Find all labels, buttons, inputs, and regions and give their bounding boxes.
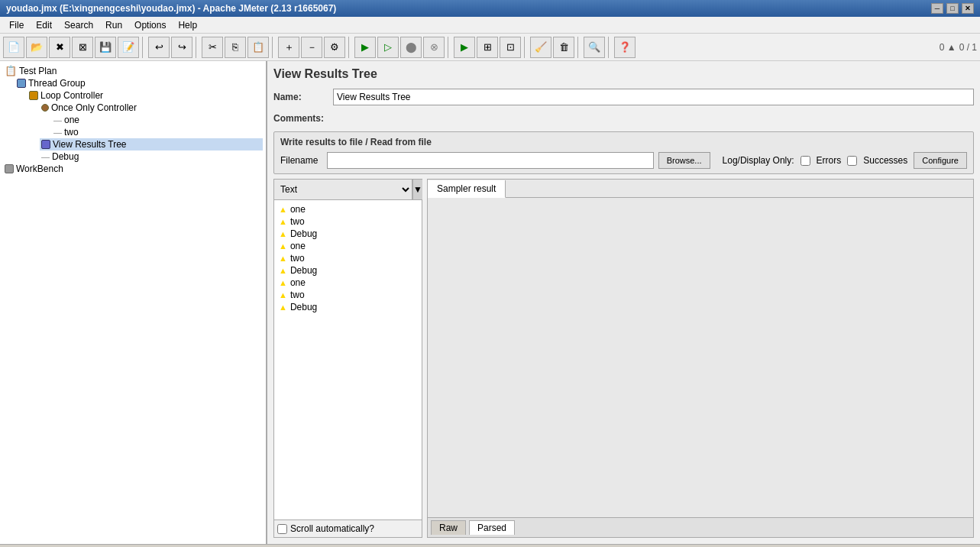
toolbar-sep-6 xyxy=(524,37,527,58)
help-btn[interactable]: ❓ xyxy=(614,37,636,58)
thread-counter: 0 / 1 xyxy=(959,42,977,53)
result-item-5[interactable]: ▲ Debug xyxy=(276,264,420,277)
maximize-button[interactable]: □ xyxy=(946,3,959,14)
tab-parsed[interactable]: Parsed xyxy=(469,520,515,535)
toolbar-sep-5 xyxy=(448,37,451,58)
tree-item-thread-group[interactable]: Thread Group xyxy=(15,77,263,89)
scroll-auto-row: Scroll automatically? xyxy=(274,519,422,537)
results-list: ▲ one▲ two▲ Debug▲ one▲ two▲ Debug▲ one▲… xyxy=(274,200,422,519)
close-button[interactable]: ✕ xyxy=(962,3,974,14)
menu-run[interactable]: Run xyxy=(99,18,128,32)
redo-btn[interactable]: ↪ xyxy=(171,37,192,58)
menu-search[interactable]: Search xyxy=(58,18,99,32)
expand-btn[interactable]: ＋ xyxy=(278,37,299,58)
close-btn[interactable]: ✖ xyxy=(49,37,70,58)
result-item-3[interactable]: ▲ one xyxy=(276,240,420,252)
comments-label: Comments: xyxy=(273,113,327,124)
name-input[interactable] xyxy=(333,89,974,105)
minimize-button[interactable]: ─ xyxy=(931,3,943,14)
menu-file[interactable]: File xyxy=(3,18,30,32)
remote-stop-btn[interactable]: ⊞ xyxy=(477,37,498,58)
result-item-7[interactable]: ▲ two xyxy=(276,289,420,301)
file-row: Filename Browse... Log/Display Only: Err… xyxy=(280,152,967,169)
file-section-title: Write results to file / Read from file xyxy=(280,137,967,147)
toolbar-sep-4 xyxy=(348,37,351,58)
tree-item-test-plan[interactable]: 📋 Test Plan xyxy=(3,64,263,77)
close-all-btn[interactable]: ⊠ xyxy=(72,37,93,58)
tab-raw[interactable]: Raw xyxy=(431,520,466,535)
menu-help[interactable]: Help xyxy=(172,18,203,32)
warning-count: 0 ▲ xyxy=(940,42,956,53)
cut-btn[interactable]: ✂ xyxy=(202,37,223,58)
right-panel: View Results Tree Name: Comments: Write … xyxy=(267,61,980,544)
scroll-auto-checkbox[interactable] xyxy=(277,524,287,534)
panel-title: View Results Tree xyxy=(273,67,974,81)
comments-row: Comments: xyxy=(273,113,974,124)
main-layout: 📋 Test Plan Thread Group Loop Controller… xyxy=(0,61,980,544)
search-btn[interactable]: 🔍 xyxy=(584,37,605,58)
clear-all-btn[interactable]: 🗑 xyxy=(553,37,574,58)
tree-item-one[interactable]: — one xyxy=(52,114,263,126)
status-bar xyxy=(0,544,980,547)
shutdown-btn[interactable]: ⊗ xyxy=(423,37,445,58)
file-section: Write results to file / Read from file F… xyxy=(273,131,974,174)
result-item-4[interactable]: ▲ two xyxy=(276,252,420,264)
successes-checkbox[interactable] xyxy=(847,156,857,166)
new-btn[interactable]: 📄 xyxy=(3,37,24,58)
sampler-tabs: Sampler result xyxy=(428,180,973,198)
open-btn[interactable]: 📂 xyxy=(26,37,47,58)
browse-button[interactable]: Browse... xyxy=(658,152,710,169)
start-btn[interactable]: ▶ xyxy=(354,37,376,58)
errors-label: Errors xyxy=(817,155,842,166)
toolbar-sep-8 xyxy=(608,37,611,58)
errors-checkbox[interactable] xyxy=(800,156,810,166)
tree-container: 📋 Test Plan Thread Group Loop Controller… xyxy=(3,64,263,175)
remote-shutdown-btn[interactable]: ⊡ xyxy=(500,37,521,58)
copy-btn[interactable]: ⎘ xyxy=(225,37,246,58)
results-area: TextRegExp TesterCSS/JQuery TesterXPath … xyxy=(273,179,974,538)
configure-button[interactable]: Configure xyxy=(914,152,967,169)
tab-sampler-result[interactable]: Sampler result xyxy=(428,180,506,198)
remote-start-btn[interactable]: ▶ xyxy=(454,37,475,58)
remote-btn[interactable]: ⚙ xyxy=(324,37,345,58)
tree-item-view-results-tree[interactable]: View Results Tree xyxy=(40,138,263,151)
start-no-pause-btn[interactable]: ▷ xyxy=(377,37,399,58)
stop-btn[interactable]: ⬤ xyxy=(400,37,422,58)
bottom-tabs: Raw Parsed xyxy=(428,517,973,537)
toolbar-sep-3 xyxy=(272,37,275,58)
menu-bar: File Edit Search Run Options Help xyxy=(0,17,980,34)
tree-item-workbench[interactable]: WorkBench xyxy=(3,163,263,175)
tree-item-loop-controller[interactable]: Loop Controller xyxy=(27,89,263,102)
collapse-btn[interactable]: － xyxy=(301,37,322,58)
menu-options[interactable]: Options xyxy=(128,18,172,32)
filename-input[interactable] xyxy=(327,152,654,169)
clear-btn[interactable]: 🧹 xyxy=(530,37,551,58)
result-item-6[interactable]: ▲ one xyxy=(276,277,420,289)
undo-btn[interactable]: ↩ xyxy=(148,37,170,58)
sampler-panel: Sampler result Raw Parsed xyxy=(427,179,974,538)
result-item-0[interactable]: ▲ one xyxy=(276,203,420,215)
filename-label: Filename xyxy=(280,155,322,166)
results-list-panel: TextRegExp TesterCSS/JQuery TesterXPath … xyxy=(273,179,422,538)
tree-item-once-only-controller[interactable]: Once Only Controller xyxy=(40,102,263,114)
log-display-section: Log/Display Only: Errors Successes Confi… xyxy=(723,152,967,169)
tree-item-two[interactable]: — two xyxy=(52,126,263,138)
menu-edit[interactable]: Edit xyxy=(30,18,58,32)
left-panel: 📋 Test Plan Thread Group Loop Controller… xyxy=(0,61,267,544)
result-item-1[interactable]: ▲ two xyxy=(276,215,420,228)
save-as-btn[interactable]: 📝 xyxy=(118,37,139,58)
text-dropdown[interactable]: TextRegExp TesterCSS/JQuery TesterXPath … xyxy=(274,180,412,199)
result-item-8[interactable]: ▲ Debug xyxy=(276,301,420,313)
title-bar: youdao.jmx (E:\xingnengceshi\youdao.jmx)… xyxy=(0,0,980,17)
name-label: Name: xyxy=(273,92,327,102)
text-dropdown-row: TextRegExp TesterCSS/JQuery TesterXPath … xyxy=(274,180,422,200)
paste-btn[interactable]: 📋 xyxy=(247,37,269,58)
name-row: Name: xyxy=(273,89,974,105)
save-btn[interactable]: 💾 xyxy=(95,37,116,58)
dropdown-arrow-icon[interactable]: ▼ xyxy=(412,180,422,199)
toolbar-sep-1 xyxy=(142,37,145,58)
toolbar-sep-7 xyxy=(577,37,581,58)
result-item-2[interactable]: ▲ Debug xyxy=(276,228,420,240)
window-title: youdao.jmx (E:\xingnengceshi\youdao.jmx)… xyxy=(6,3,931,14)
tree-item-debug[interactable]: — Debug xyxy=(40,151,263,163)
